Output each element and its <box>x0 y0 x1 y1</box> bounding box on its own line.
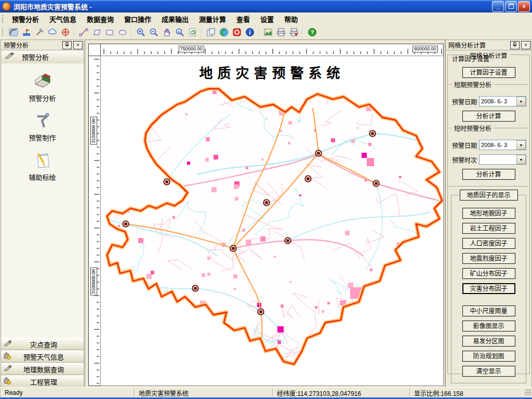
map-drawing[interactable] <box>101 56 443 385</box>
btn-population-factor[interactable]: 人口密度因子 <box>462 238 515 249</box>
nowcast-time-label: 预警时次 <box>452 155 479 164</box>
toolbar-separator <box>258 27 259 37</box>
zoom-in-icon[interactable] <box>134 26 147 38</box>
minimize-button[interactable]: _ <box>492 1 504 12</box>
left-panel-header[interactable]: 预警分析 <box>1 50 84 64</box>
restore-button[interactable] <box>505 1 517 12</box>
town-marker[interactable] <box>285 237 291 244</box>
town-marker[interactable] <box>263 200 270 206</box>
flag-tool-icon[interactable] <box>20 26 33 38</box>
help-icon[interactable]: ? <box>305 26 318 38</box>
item-warning-make[interactable]: 预警制作 <box>1 111 84 142</box>
chevron-down-icon[interactable]: ▼ <box>516 140 526 150</box>
factor-setting-button[interactable]: 计算因子设置 <box>462 67 515 78</box>
menubar-grip[interactable] <box>2 15 4 23</box>
town-marker[interactable] <box>192 285 198 291</box>
cloud-tool-icon[interactable] <box>46 26 59 38</box>
right-panel-titlebar: 网格分析计算 × <box>446 40 531 50</box>
map-canvas[interactable]: 地质灾害预警系统 <box>100 56 444 386</box>
bar-warning-weather-info[interactable]: 预警天气信息 <box>1 350 84 363</box>
btn-seismic-factor[interactable]: 地震烈度因子 <box>462 253 515 264</box>
menu-warning-analysis[interactable]: 预警分析 <box>7 12 44 25</box>
map-region: 750000.00 800000.00 3150000.00 3100000.0… <box>85 39 445 388</box>
globe-icon[interactable] <box>217 26 230 38</box>
pan-hand-icon[interactable] <box>160 26 173 38</box>
print-icon[interactable] <box>274 26 287 38</box>
gadget-icon <box>3 352 12 361</box>
btn-terrain-factor[interactable]: 地形地貌因子 <box>462 208 515 219</box>
close-button[interactable]: × <box>518 1 530 12</box>
menu-settings[interactable]: 设置 <box>255 12 279 25</box>
close-icon[interactable]: × <box>521 41 530 49</box>
refresh-view-icon[interactable] <box>186 26 199 38</box>
menu-weather-info[interactable]: 天气信息 <box>44 12 82 25</box>
ruler-corner-box <box>88 44 101 56</box>
pin-icon[interactable] <box>62 41 72 49</box>
short-term-date-combobox[interactable]: 2008- 6- 3 ▼ <box>479 96 526 107</box>
ellipse-draw-icon[interactable] <box>116 26 129 38</box>
ruler-x-label: 800000.00 <box>413 46 438 52</box>
btn-clear-display[interactable]: 清空显示 <box>462 366 515 377</box>
item-warning-analysis[interactable]: 预警分析 <box>1 72 84 103</box>
town-marker[interactable] <box>315 150 322 156</box>
aux-plot-icon <box>33 151 52 170</box>
town-marker[interactable] <box>369 130 376 137</box>
menu-result-output[interactable]: 成果输出 <box>156 12 194 25</box>
town-marker[interactable] <box>305 176 311 182</box>
section-nowcast: 短时预警分析 预警日期 2008- 6- 3 ▼ 预警时次 ▼ 分析计算 <box>449 128 528 187</box>
town-marker[interactable] <box>373 180 379 187</box>
menubar: 预警分析天气信息数据查询窗口操作成果输出测量计算查看设置帮助 <box>0 12 532 25</box>
statusbar: Ready地质灾害预警系统经纬度:114.273103,28.047916显示比… <box>0 387 532 398</box>
menu-data-query[interactable]: 数据查询 <box>82 12 119 25</box>
bar-project-manage[interactable]: 工程管理 <box>1 375 84 388</box>
rectangle-draw-icon[interactable] <box>103 26 116 38</box>
copy-layers-icon[interactable] <box>204 26 217 38</box>
item-aux-plot[interactable]: 辅助标绘 <box>1 151 84 182</box>
close-icon[interactable]: × <box>73 41 83 49</box>
zoom-extent-icon[interactable]: ± <box>173 26 186 38</box>
nowcast-date-combobox[interactable]: 2008- 6- 3 ▼ <box>479 140 526 150</box>
hammer-tool-icon[interactable] <box>33 26 46 38</box>
line-draw-icon[interactable] <box>77 26 90 38</box>
btn-prevention-plan[interactable]: 防治规划图 <box>462 351 515 362</box>
town-marker[interactable] <box>164 179 170 185</box>
chevron-down-icon[interactable]: ▼ <box>516 97 526 106</box>
toolbar-separator <box>74 27 75 37</box>
nowcast-time-combobox[interactable]: ▼ <box>479 154 526 165</box>
btn-susceptibility-map[interactable]: 易发分区图 <box>462 336 515 347</box>
town-marker[interactable] <box>123 221 129 227</box>
target-tool-icon[interactable] <box>59 26 72 38</box>
btn-geotech-factor[interactable]: 岩土工程因子 <box>462 223 515 234</box>
toolbar-grip[interactable] <box>2 28 4 36</box>
stop-icon[interactable] <box>230 26 243 38</box>
polygon-draw-icon[interactable] <box>90 26 103 38</box>
btn-disaster-factor[interactable]: 灾害分布因子 <box>462 283 515 294</box>
btn-rainfall[interactable]: 中小尺度雨量 <box>462 305 515 316</box>
menu-help[interactable]: 帮助 <box>279 12 303 25</box>
menu-measure-calc[interactable]: 测量计算 <box>194 12 231 25</box>
ruler-y-label: 3150000.00 <box>90 117 97 145</box>
left-panel-bottom-bars: 灾点查询预警天气信息地理数据查询工程管理 <box>1 338 84 388</box>
bar-geo-data-query[interactable]: 地理数据查询 <box>1 363 84 375</box>
toolbar-separator <box>201 27 202 37</box>
print-preview-icon[interactable] <box>287 26 300 38</box>
nowcast-analyze-button[interactable]: 分析计算 <box>462 169 515 180</box>
image-view-icon[interactable] <box>261 26 274 38</box>
town-marker[interactable] <box>258 309 264 315</box>
geofactor-display-button[interactable]: 地质因子的显示 <box>460 190 518 201</box>
satellite-dish-icon[interactable] <box>7 26 20 38</box>
menu-view[interactable]: 查看 <box>231 12 255 25</box>
menu-window-ops[interactable]: 窗口操作 <box>119 12 156 25</box>
pin-icon[interactable] <box>510 41 520 49</box>
town-marker[interactable] <box>230 245 236 251</box>
status-system-name: 地质灾害预警系统 <box>134 389 277 397</box>
item-warning-analysis-label: 预警分析 <box>29 93 56 103</box>
zoom-out-icon[interactable] <box>147 26 160 38</box>
btn-imagery[interactable]: 影像图显示 <box>462 321 515 331</box>
bar-disaster-point-query[interactable]: 灾点查询 <box>1 338 84 350</box>
btn-mine-factor[interactable]: 矿山分布因子 <box>462 268 515 279</box>
status-ready: Ready <box>0 389 139 397</box>
info-icon[interactable] <box>243 26 256 38</box>
short-term-analyze-button[interactable]: 分析计算 <box>462 111 515 122</box>
chevron-down-icon[interactable]: ▼ <box>516 155 526 164</box>
